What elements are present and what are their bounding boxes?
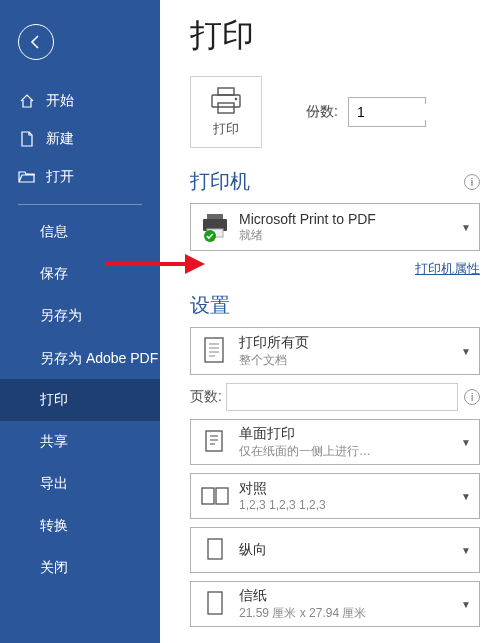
dropdown-text: 信纸 21.59 厘米 x 27.94 厘米 [233, 587, 459, 622]
page-title: 打印 [190, 14, 500, 58]
sidebar-item-label: 打开 [46, 168, 74, 186]
chevron-down-icon: ▼ [459, 437, 473, 448]
sidebar-item-label: 信息 [40, 223, 68, 239]
sidebar-item-label: 共享 [40, 433, 68, 449]
pages-range-row: 页数: i [190, 383, 480, 411]
printer-ready-icon [197, 209, 233, 245]
sidebar-item-label: 打印 [40, 391, 68, 407]
sidebar-item-export[interactable]: 导出 [0, 463, 160, 505]
sidebar-item-label: 关闭 [40, 559, 68, 575]
dropdown-text: 打印所有页 整个文档 [233, 334, 459, 369]
sidebar-item-label: 导出 [40, 475, 68, 491]
home-icon [18, 92, 36, 110]
printer-properties-link-wrap: 打印机属性 [190, 259, 480, 278]
dropdown-text: 单面打印 仅在纸面的一侧上进行… [233, 425, 459, 460]
sidebar-divider [18, 204, 142, 205]
sidebar-item-saveas-pdf[interactable]: 另存为 Adobe PDF [0, 337, 160, 379]
dropdown-sub: 仅在纸面的一侧上进行… [239, 443, 459, 460]
printer-dropdown[interactable]: Microsoft Print to PDF 就绪 ▼ [190, 203, 480, 251]
svg-rect-1 [212, 95, 240, 107]
back-arrow-icon [27, 33, 45, 51]
printer-properties-link[interactable]: 打印机属性 [415, 261, 480, 276]
pages-range-input[interactable] [226, 383, 458, 411]
dropdown-main: 纵向 [239, 541, 459, 559]
svg-rect-12 [208, 539, 222, 559]
chevron-down-icon: ▼ [459, 491, 473, 502]
printer-status: 就绪 [239, 227, 459, 244]
new-doc-icon [18, 130, 36, 148]
svg-rect-9 [206, 431, 222, 451]
print-pages-dropdown[interactable]: 打印所有页 整个文档 ▼ [190, 327, 480, 375]
sidebar-item-share[interactable]: 共享 [0, 421, 160, 463]
print-top-row: 打印 份数: ▲ ▼ [190, 76, 500, 148]
info-icon[interactable]: i [464, 174, 480, 190]
dropdown-sub: 1,2,3 1,2,3 1,2,3 [239, 498, 459, 512]
sidebar-item-close[interactable]: 关闭 [0, 547, 160, 589]
svg-rect-13 [208, 592, 222, 614]
svg-rect-5 [207, 214, 223, 219]
chevron-down-icon: ▼ [459, 222, 473, 233]
copies-spinner[interactable]: ▲ ▼ [348, 97, 426, 127]
svg-point-3 [235, 98, 238, 101]
dropdown-main: 打印所有页 [239, 334, 459, 352]
collate-dropdown[interactable]: 对照 1,2,3 1,2,3 1,2,3 ▼ [190, 473, 480, 519]
backstage-sidebar: 开始 新建 打开 信息 保存 另存为 另存为 Adobe PDF 打印 共享 导… [0, 0, 160, 643]
back-button[interactable] [18, 24, 54, 60]
svg-rect-0 [218, 88, 234, 95]
sides-dropdown[interactable]: 单面打印 仅在纸面的一侧上进行… ▼ [190, 419, 480, 465]
sidebar-item-label: 保存 [40, 265, 68, 281]
chevron-down-icon: ▼ [459, 599, 473, 610]
dropdown-main: 信纸 [239, 587, 459, 605]
sidebar-item-info[interactable]: 信息 [0, 211, 160, 253]
pages-range-label: 页数: [190, 388, 222, 406]
svg-rect-2 [218, 103, 234, 113]
pages-icon [197, 333, 233, 369]
sidebar-item-transform[interactable]: 转换 [0, 505, 160, 547]
sidebar-item-open[interactable]: 打开 [0, 158, 160, 196]
section-label-text: 设置 [190, 292, 230, 319]
chevron-down-icon: ▼ [459, 346, 473, 357]
section-label-text: 打印机 [190, 168, 250, 195]
sidebar-item-new[interactable]: 新建 [0, 120, 160, 158]
sidebar-item-home[interactable]: 开始 [0, 82, 160, 120]
printer-icon [209, 86, 243, 116]
svg-rect-10 [202, 488, 214, 504]
one-side-icon [197, 424, 233, 460]
open-folder-icon [18, 168, 36, 186]
copies-control: 份数: ▲ ▼ [306, 97, 426, 127]
paper-icon [197, 586, 233, 622]
dropdown-sub: 整个文档 [239, 352, 459, 369]
printer-section-title: 打印机 i [190, 168, 500, 195]
dropdown-text: 纵向 [233, 541, 459, 559]
sidebar-item-label: 另存为 Adobe PDF [40, 350, 158, 366]
orientation-dropdown[interactable]: 纵向 ▼ [190, 527, 480, 573]
sidebar-item-save[interactable]: 保存 [0, 253, 160, 295]
collate-icon [197, 478, 233, 514]
dropdown-main: 对照 [239, 480, 459, 498]
copies-input[interactable] [349, 104, 500, 120]
print-button[interactable]: 打印 [190, 76, 262, 148]
sidebar-item-print[interactable]: 打印 [0, 379, 160, 421]
dropdown-sub: 21.59 厘米 x 27.94 厘米 [239, 605, 459, 622]
sidebar-item-label: 转换 [40, 517, 68, 533]
dropdown-text: 对照 1,2,3 1,2,3 1,2,3 [233, 480, 459, 512]
sidebar-item-label: 新建 [46, 130, 74, 148]
settings-section-title: 设置 [190, 292, 500, 319]
sidebar-item-label: 开始 [46, 92, 74, 110]
dropdown-main: 单面打印 [239, 425, 459, 443]
sidebar-item-label: 另存为 [40, 307, 82, 323]
print-panel: 打印 打印 份数: ▲ ▼ 打印机 i Microsoft Print to P… [160, 0, 500, 643]
printer-name: Microsoft Print to PDF [239, 211, 459, 227]
info-icon[interactable]: i [464, 389, 480, 405]
svg-rect-11 [216, 488, 228, 504]
copies-label: 份数: [306, 103, 338, 121]
chevron-down-icon: ▼ [459, 545, 473, 556]
sidebar-item-saveas[interactable]: 另存为 [0, 295, 160, 337]
portrait-icon [197, 532, 233, 568]
printer-text: Microsoft Print to PDF 就绪 [233, 211, 459, 244]
print-button-label: 打印 [213, 120, 239, 138]
paper-size-dropdown[interactable]: 信纸 21.59 厘米 x 27.94 厘米 ▼ [190, 581, 480, 627]
svg-rect-8 [205, 338, 223, 362]
